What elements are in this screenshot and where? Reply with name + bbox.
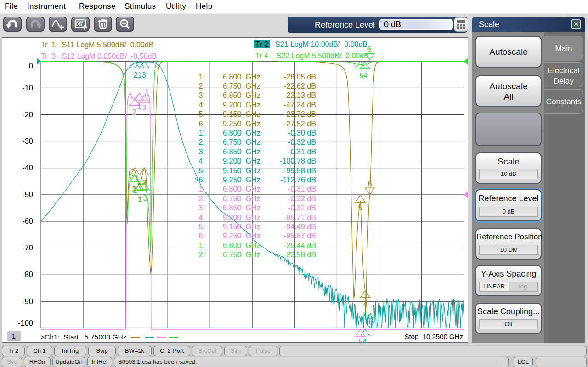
svg-text:Tr 4 S22 LogM 5.500dB/ 0.0: Tr 4 S22 LogM 5.500dB/ 0.00dB xyxy=(255,52,369,60)
svg-text:Tr 2: Tr 2 xyxy=(255,40,268,48)
svg-text:-22.62 dB: -22.62 dB xyxy=(284,82,316,90)
svg-text:-22.13 dB: -22.13 dB xyxy=(284,91,316,99)
svg-text:S21 LogM 10.00dB/ 0.00dB: S21 LogM 10.00dB/ 0.00dB xyxy=(275,40,368,48)
svg-text:9.150 GHz: 9.150 GHz xyxy=(223,166,260,175)
svg-text:0: 0 xyxy=(29,62,33,70)
svg-text:3:: 3: xyxy=(198,91,205,99)
svg-text:6:: 6: xyxy=(198,119,205,128)
svg-text:6.800 GHz: 6.800 GHz xyxy=(223,73,260,81)
svg-text:6.850 GHz: 6.850 GHz xyxy=(223,203,260,212)
svg-text:5:: 5: xyxy=(198,110,205,118)
svg-text:6:: 6: xyxy=(198,231,205,240)
svg-text:4:: 4: xyxy=(198,213,205,221)
svg-text:-20: -20 xyxy=(22,110,33,119)
svg-text:-0.31 dB: -0.31 dB xyxy=(288,147,316,156)
svg-text:6.750 GHz: 6.750 GHz xyxy=(223,250,260,259)
svg-text:6.850 GHz: 6.850 GHz xyxy=(223,147,260,156)
svg-text:-100: -100 xyxy=(18,319,33,327)
svg-text:2: 2 xyxy=(133,71,137,79)
svg-text:-25.44 dB: -25.44 dB xyxy=(284,241,316,249)
svg-text:1:: 1: xyxy=(198,73,205,81)
svg-text:-26.05 dB: -26.05 dB xyxy=(284,73,316,81)
svg-text:9.150 GHz: 9.150 GHz xyxy=(223,110,260,118)
svg-text:-60: -60 xyxy=(22,217,33,225)
svg-text:2: 2 xyxy=(133,186,137,194)
svg-text:3: 3 xyxy=(142,103,146,112)
svg-text:1:: 1: xyxy=(198,241,205,249)
svg-text:1: 1 xyxy=(138,195,142,203)
svg-text:6: 6 xyxy=(368,180,372,188)
svg-text:4: 4 xyxy=(362,337,367,343)
svg-text:9.200 GHz: 9.200 GHz xyxy=(223,101,260,109)
svg-text:-50: -50 xyxy=(22,190,33,198)
svg-text:4:: 4: xyxy=(198,157,205,165)
svg-text:-95.87 dB: -95.87 dB xyxy=(284,231,316,240)
svg-text:-100.78 dB: -100.78 dB xyxy=(280,157,316,165)
svg-text:-95.71 dB: -95.71 dB xyxy=(284,213,316,221)
svg-text:Stop 10.2500 GHz: Stop 10.2500 GHz xyxy=(404,333,463,340)
svg-text:6: 6 xyxy=(368,312,372,321)
svg-text:-0.32 dB: -0.32 dB xyxy=(288,194,316,203)
svg-text:6.800 GHz: 6.800 GHz xyxy=(223,241,260,249)
svg-text:2:: 2: xyxy=(198,194,205,203)
svg-text:2:: 2: xyxy=(198,250,205,259)
svg-text:>Ch1: Start 5.75000 GHz: >Ch1: Start 5.75000 GHz xyxy=(40,333,126,341)
svg-text:3: 3 xyxy=(141,71,146,79)
svg-text:5: 5 xyxy=(358,203,362,212)
svg-text:2:: 2: xyxy=(198,138,205,146)
svg-text:6.800 GHz: 6.800 GHz xyxy=(223,129,260,137)
svg-text:>6:: >6: xyxy=(194,175,205,184)
svg-text:6.850 GHz: 6.850 GHz xyxy=(223,91,260,99)
svg-text:1:: 1: xyxy=(198,129,205,137)
svg-text:5:: 5: xyxy=(198,222,205,231)
svg-text:1:: 1: xyxy=(198,185,205,193)
svg-text:1: 1 xyxy=(137,71,141,79)
svg-text:-70: -70 xyxy=(22,243,33,252)
svg-text:-90: -90 xyxy=(22,297,33,305)
svg-text:9.250 GHz: 9.250 GHz xyxy=(223,119,260,128)
svg-text:6.750 GHz: 6.750 GHz xyxy=(223,194,260,203)
svg-text:5: 5 xyxy=(358,337,362,343)
svg-text:3: 3 xyxy=(143,194,147,202)
svg-text:Ch: Ch xyxy=(77,22,83,27)
svg-text:-99.58 dB: -99.58 dB xyxy=(284,166,316,175)
svg-text:4: 4 xyxy=(363,300,367,308)
svg-text:9.200 GHz: 9.200 GHz xyxy=(223,213,260,221)
svg-text:9.250 GHz: 9.250 GHz xyxy=(223,175,260,184)
svg-text:Tr 1 S11 LogM 5.500dB/ 0.0: Tr 1 S11 LogM 5.500dB/ 0.00dB xyxy=(41,41,153,49)
svg-text:-80: -80 xyxy=(22,270,33,278)
svg-text:-27.52 dB: -27.52 dB xyxy=(284,119,316,128)
svg-text:-40: -40 xyxy=(22,164,33,172)
svg-text:-0.32 dB: -0.32 dB xyxy=(288,138,316,146)
svg-text:5: 5 xyxy=(359,71,363,79)
svg-text:5:: 5: xyxy=(198,166,205,175)
svg-text:6.750 GHz: 6.750 GHz xyxy=(223,82,260,90)
svg-text:1: 1 xyxy=(12,332,16,340)
svg-text:9.200 GHz: 9.200 GHz xyxy=(223,157,260,165)
svg-text:9.150 GHz: 9.150 GHz xyxy=(223,222,260,231)
svg-text:1: 1 xyxy=(137,102,141,110)
svg-text:2: 2 xyxy=(132,108,136,116)
svg-text:-94.49 dB: -94.49 dB xyxy=(284,222,316,231)
svg-text:-10: -10 xyxy=(22,84,33,92)
svg-text:-0.30 dB: -0.30 dB xyxy=(288,129,316,137)
svg-text:-112.76 dB: -112.76 dB xyxy=(280,175,316,184)
svg-text:-30: -30 xyxy=(22,137,33,145)
svg-text:-28.72 dB: -28.72 dB xyxy=(284,110,316,118)
svg-text:6.750 GHz: 6.750 GHz xyxy=(223,138,260,146)
svg-text:Tr 3 S12 LogM 0.050dB/ -0.: Tr 3 S12 LogM 0.050dB/ -0.50dB xyxy=(41,52,157,60)
svg-text:6.800 GHz: 6.800 GHz xyxy=(223,185,260,193)
svg-text:-23.58 dB: -23.58 dB xyxy=(284,250,316,259)
svg-text:-47.24 dB: -47.24 dB xyxy=(284,101,316,109)
svg-text:-0.31 dB: -0.31 dB xyxy=(288,185,316,193)
svg-text:2:: 2: xyxy=(198,82,205,90)
svg-text:-0.31 dB: -0.31 dB xyxy=(288,203,316,212)
svg-text:3:: 3: xyxy=(198,203,205,212)
svg-text:4: 4 xyxy=(363,71,368,79)
svg-text:9.250 GHz: 9.250 GHz xyxy=(223,231,260,240)
svg-text:4:: 4: xyxy=(198,101,205,109)
svg-text:3:: 3: xyxy=(198,147,205,156)
